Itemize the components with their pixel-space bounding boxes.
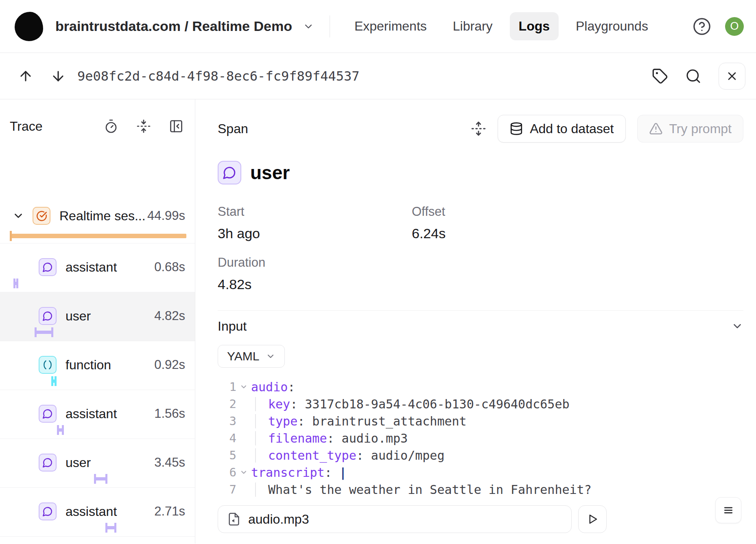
try-prompt-button[interactable]: Try prompt xyxy=(637,115,744,143)
nav-link-playgrounds[interactable]: Playgrounds xyxy=(567,12,657,40)
trace-row-assistant-2[interactable]: assistant 1.56s xyxy=(0,390,195,439)
session-check-icon xyxy=(33,207,50,225)
trace-row-function[interactable]: function 0.92s xyxy=(0,341,195,390)
start-field: Start 3h ago xyxy=(218,204,412,241)
audio-attachment[interactable]: audio.mp3 xyxy=(218,505,572,533)
nav-right: O xyxy=(693,17,744,36)
code-line: 7 What's the weather in Seattle in Fahre… xyxy=(218,481,743,498)
code-line: 1 audio: xyxy=(218,378,743,395)
search-icon[interactable] xyxy=(685,68,701,84)
code-line: 6 transcript: | xyxy=(218,464,743,481)
span-duration: 1.56s xyxy=(154,406,185,421)
nav-links: Experiments Library Logs Playgrounds xyxy=(345,12,657,40)
trace-panel-title: Trace xyxy=(10,119,104,134)
close-icon xyxy=(725,70,739,83)
trace-row-assistant-3[interactable]: assistant 2.71s xyxy=(0,488,195,537)
format-selector-dropdown[interactable]: YAML xyxy=(218,345,285,368)
start-value: 3h ago xyxy=(218,226,412,241)
section-divider xyxy=(218,310,743,311)
span-timeline-bar xyxy=(105,523,116,533)
trace-tree: Realtime ses... 44.99s assistant 0.68s xyxy=(0,143,195,537)
nav-link-logs[interactable]: Logs xyxy=(510,12,559,40)
trace-id: 9e08fc2d-c84d-4f98-8ec6-fc9f89f44537 xyxy=(77,68,360,84)
span-duration: 0.68s xyxy=(154,260,185,274)
span-label: Realtime ses... xyxy=(59,208,146,224)
add-to-dataset-button[interactable]: Add to dataset xyxy=(498,115,625,143)
menu-icon xyxy=(722,504,734,516)
line-number: 1 xyxy=(218,380,236,394)
project-name: braintrustdata.com / Realtime Demo xyxy=(55,18,292,34)
top-navbar: braintrustdata.com / Realtime Demo Exper… xyxy=(0,0,756,53)
input-section-header[interactable]: Input xyxy=(218,316,743,337)
file-audio-icon xyxy=(227,512,241,526)
expand-vertical-icon[interactable] xyxy=(471,121,486,136)
nav-link-library[interactable]: Library xyxy=(444,12,502,40)
chevron-down-icon[interactable] xyxy=(731,320,743,332)
offset-label: Offset xyxy=(412,204,743,219)
span-panel-heading: Span xyxy=(218,121,248,136)
span-duration: 0.92s xyxy=(154,358,185,372)
chat-bubble-icon xyxy=(218,161,241,184)
trace-panel-header: Trace xyxy=(0,99,195,143)
overflow-menu-button[interactable] xyxy=(715,497,741,523)
trace-row-user-2[interactable]: user 3.45s xyxy=(0,439,195,488)
input-heading: Input xyxy=(218,319,247,334)
tag-icon[interactable] xyxy=(652,68,668,84)
span-label: assistant xyxy=(66,504,117,519)
chat-bubble-icon xyxy=(39,502,57,520)
attachment-filename: audio.mp3 xyxy=(248,512,309,527)
play-icon xyxy=(586,513,599,525)
span-meta-row-1: Start 3h ago Offset 6.24s xyxy=(218,204,743,241)
span-label: function xyxy=(66,358,111,373)
line-number: 6 xyxy=(218,465,236,479)
main-content: Trace xyxy=(0,99,756,544)
duration-field: Duration 4.82s xyxy=(218,255,412,292)
braintrust-logo-icon[interactable] xyxy=(15,12,43,41)
trace-row-user-selected[interactable]: user 4.82s xyxy=(0,292,195,341)
user-avatar[interactable]: O xyxy=(725,17,744,36)
expand-chevron-down-icon[interactable] xyxy=(12,210,24,222)
span-duration: 44.99s xyxy=(147,208,185,223)
duration-value: 4.82s xyxy=(218,276,412,292)
line-number: 2 xyxy=(218,397,236,411)
span-timeline-bar xyxy=(57,425,64,435)
yaml-code-block[interactable]: 1 audio: 2 key: 3317cb18-9a54-4c06-b130-… xyxy=(218,378,743,498)
nav-divider xyxy=(330,15,330,37)
span-duration: 4.82s xyxy=(154,309,185,323)
chat-bubble-icon xyxy=(39,307,57,325)
span-title-row: user xyxy=(218,160,743,185)
warning-triangle-icon xyxy=(649,122,663,136)
nav-link-experiments[interactable]: Experiments xyxy=(345,12,436,40)
close-trace-button[interactable] xyxy=(719,63,745,90)
panel-left-close-icon[interactable] xyxy=(169,119,184,134)
line-number: 4 xyxy=(218,431,236,445)
trace-row-realtime-session[interactable]: Realtime ses... 44.99s xyxy=(0,143,195,243)
offset-value: 6.24s xyxy=(412,226,743,241)
span-panel-header: Span Add to dataset xyxy=(218,115,743,143)
span-label: assistant xyxy=(66,406,117,421)
chat-bubble-icon xyxy=(39,258,57,276)
span-label: user xyxy=(66,309,91,324)
duration-label: Duration xyxy=(218,255,412,270)
play-audio-button[interactable] xyxy=(578,505,607,533)
span-duration: 2.71s xyxy=(154,504,185,519)
code-line: 5 content_type: audio/mpeg xyxy=(218,447,743,464)
previous-trace-arrow-up-icon[interactable] xyxy=(18,68,33,84)
code-line: 3 type: braintrust_attachment xyxy=(218,412,743,430)
chat-bubble-icon xyxy=(39,405,57,423)
timer-icon[interactable] xyxy=(104,119,118,134)
help-icon[interactable] xyxy=(693,17,711,36)
span-label: assistant xyxy=(66,260,117,275)
next-trace-arrow-down-icon[interactable] xyxy=(50,68,66,84)
project-breadcrumb[interactable]: braintrustdata.com / Realtime Demo xyxy=(55,18,314,34)
span-label: user xyxy=(66,455,91,470)
offset-field: Offset 6.24s xyxy=(412,204,743,241)
trace-row-assistant-1[interactable]: assistant 0.68s xyxy=(0,243,195,292)
line-number: 3 xyxy=(218,414,236,428)
span-timeline-bar xyxy=(94,474,107,484)
code-line: 4 filename: audio.mp3 xyxy=(218,430,743,447)
collapse-all-icon[interactable] xyxy=(136,119,151,134)
trace-nav-bar: 9e08fc2d-c84d-4f98-8ec6-fc9f89f44537 xyxy=(0,53,756,99)
fold-chevron-icon[interactable] xyxy=(236,383,251,391)
fold-chevron-icon[interactable] xyxy=(236,468,251,476)
